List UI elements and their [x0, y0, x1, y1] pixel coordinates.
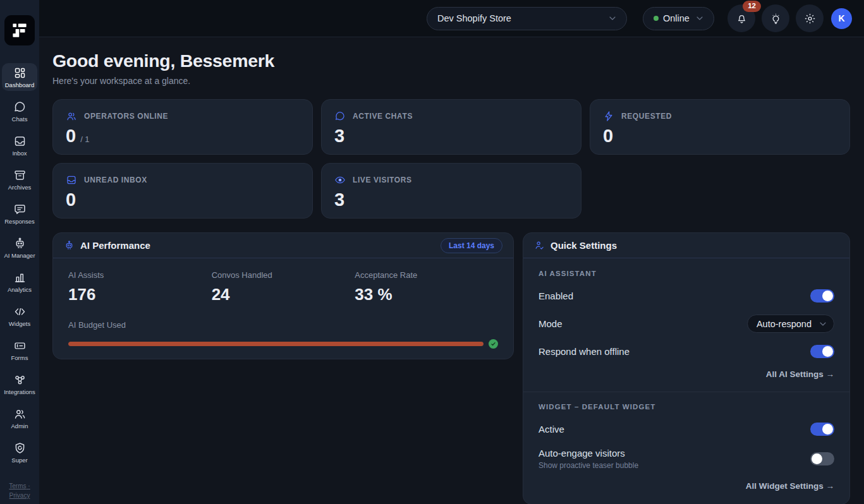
gear-icon	[804, 13, 816, 25]
ai-performance-panel: AI Performance Last 14 days AI Assists 1…	[52, 232, 514, 359]
sidebar-item-label: AI Manager	[4, 252, 35, 259]
stat-card-live-visitors[interactable]: LIVE VISITORS 3	[321, 163, 581, 219]
respond-offline-toggle[interactable]	[810, 345, 834, 358]
topbar: Dev Shopify Store Online 12 K	[39, 0, 864, 37]
sidebar-item-forms[interactable]: Forms	[2, 336, 37, 364]
page-greeting: Good evening, Bessemerk	[52, 51, 850, 71]
all-widget-settings-link[interactable]: All Widget Settings →	[746, 481, 834, 491]
sidebar-item-widgets[interactable]: Widgets	[2, 302, 37, 330]
topbar-icon-group: 12	[727, 4, 824, 32]
inbox-tray-icon	[66, 174, 77, 186]
all-ai-settings-link[interactable]: All AI Settings →	[766, 369, 834, 379]
ai-enabled-toggle[interactable]	[810, 289, 834, 303]
lightning-icon	[603, 111, 614, 122]
section-divider	[523, 392, 849, 392]
stat-value: 0	[66, 126, 76, 147]
stat-value: 0	[66, 189, 76, 210]
metric-ai-assists: AI Assists 176	[68, 270, 212, 304]
check-circle-icon	[489, 339, 498, 349]
sidebar-nav: Dashboard Chats Inbox Archives Responses…	[2, 63, 37, 466]
enabled-label: Enabled	[538, 291, 573, 301]
budget-progress-bar	[68, 342, 484, 346]
sidebar-item-label: Dashboard	[5, 81, 34, 88]
mode-label: Mode	[538, 318, 563, 329]
sidebar-item-chats[interactable]: Chats	[2, 97, 37, 125]
panel-title: AI Performance	[80, 240, 150, 251]
lightbulb-icon	[770, 13, 782, 25]
sidebar-item-super[interactable]: Super	[2, 438, 37, 466]
person-check-icon	[534, 240, 545, 251]
stat-value: 0	[603, 126, 613, 147]
responses-icon	[13, 203, 27, 216]
panel-title: Quick Settings	[551, 240, 617, 251]
sidebar-item-dashboard[interactable]: Dashboard	[2, 63, 37, 91]
tips-button[interactable]	[762, 4, 789, 32]
auto-engage-sublabel: Show proactive teaser bubble	[538, 461, 638, 470]
period-badge[interactable]: Last 14 days	[441, 238, 502, 253]
sidebar-item-label: Analytics	[8, 286, 32, 293]
sidebar-item-archives[interactable]: Archives	[2, 165, 37, 193]
stats-grid-spacer	[590, 163, 850, 219]
chevron-down-icon	[607, 13, 618, 23]
chevron-down-icon	[695, 13, 705, 23]
chevron-down-icon	[818, 319, 828, 329]
stats-grid: OPERATORS ONLINE 0 / 1 ACTIVE CHATS 3	[52, 99, 850, 219]
sidebar-item-label: Admin	[11, 423, 28, 429]
notifications-button[interactable]: 12	[727, 4, 755, 32]
sidebar-item-analytics[interactable]: Analytics	[2, 268, 37, 296]
chat-bubble-icon	[334, 111, 346, 122]
widget-active-label: Active	[538, 424, 564, 435]
forms-icon	[13, 339, 27, 352]
stat-card-active-chats[interactable]: ACTIVE CHATS 3	[321, 99, 581, 155]
online-status-dot	[654, 16, 659, 21]
stat-card-requested[interactable]: REQUESTED 0	[590, 99, 850, 155]
formilla-logo-icon	[9, 20, 30, 41]
stat-label: LIVE VISITORS	[353, 176, 412, 184]
app-logo[interactable]	[4, 15, 35, 45]
sidebar-item-label: Archives	[8, 184, 31, 191]
settings-button[interactable]	[796, 4, 824, 32]
sidebar-item-label: Integrations	[4, 388, 35, 395]
sidebar-item-responses[interactable]: Responses	[2, 200, 37, 227]
sidebar-item-admin[interactable]: Admin	[2, 404, 37, 432]
page-subtitle: Here's your workspace at a glance.	[52, 76, 850, 86]
dashboard-app: Dashboard Chats Inbox Archives Responses…	[0, 0, 864, 504]
respond-offline-label: Respond when offline	[538, 346, 630, 357]
auto-engage-toggle[interactable]	[810, 452, 834, 465]
sidebar-footer: Terms · Privacy	[9, 483, 30, 504]
sidebar-item-label: Super	[11, 457, 27, 464]
widget-active-toggle[interactable]	[810, 423, 834, 436]
store-select-value: Dev Shopify Store	[437, 13, 511, 23]
widget-section-label: WIDGET – DEFAULT WIDGET	[538, 403, 834, 411]
sidebar-item-ai-manager[interactable]: AI Manager	[2, 234, 37, 261]
widgets-icon	[13, 305, 27, 318]
status-select-value: Online	[663, 13, 690, 23]
ai-metrics: AI Assists 176 Convos Handled 24 Accepta…	[68, 270, 498, 304]
status-select[interactable]: Online	[643, 7, 714, 30]
sidebar-item-label: Inbox	[12, 150, 27, 157]
terms-link[interactable]: Terms ·	[9, 483, 30, 489]
ai-assistant-section-label: AI ASSISTANT	[538, 270, 834, 277]
sidebar-item-label: Responses	[4, 218, 35, 225]
quick-settings-panel: Quick Settings AI ASSISTANT Enabled Mode…	[523, 232, 850, 504]
stat-label: REQUESTED	[621, 112, 672, 121]
stat-label: OPERATORS ONLINE	[84, 112, 168, 121]
metric-value: 33 %	[355, 285, 498, 304]
inbox-icon	[13, 135, 27, 148]
auto-engage-label: Auto-engage visitors	[538, 448, 638, 459]
stat-value: 3	[334, 189, 344, 210]
stat-value: 3	[334, 126, 344, 147]
chats-icon	[13, 100, 27, 114]
metric-value: 176	[68, 285, 212, 304]
sidebar-item-integrations[interactable]: Integrations	[2, 370, 37, 398]
stat-card-unread-inbox[interactable]: UNREAD INBOX 0	[52, 163, 313, 219]
mode-select[interactable]: Auto-respond	[747, 315, 834, 333]
privacy-link[interactable]: Privacy	[9, 492, 30, 499]
sidebar-item-inbox[interactable]: Inbox	[2, 131, 37, 159]
stat-card-operators-online[interactable]: OPERATORS ONLINE 0 / 1	[52, 99, 313, 155]
user-avatar[interactable]: K	[831, 8, 852, 29]
metric-label: AI Assists	[68, 270, 212, 280]
sidebar-item-label: Forms	[11, 354, 28, 361]
stat-suffix: / 1	[80, 135, 89, 144]
store-select[interactable]: Dev Shopify Store	[427, 7, 627, 30]
